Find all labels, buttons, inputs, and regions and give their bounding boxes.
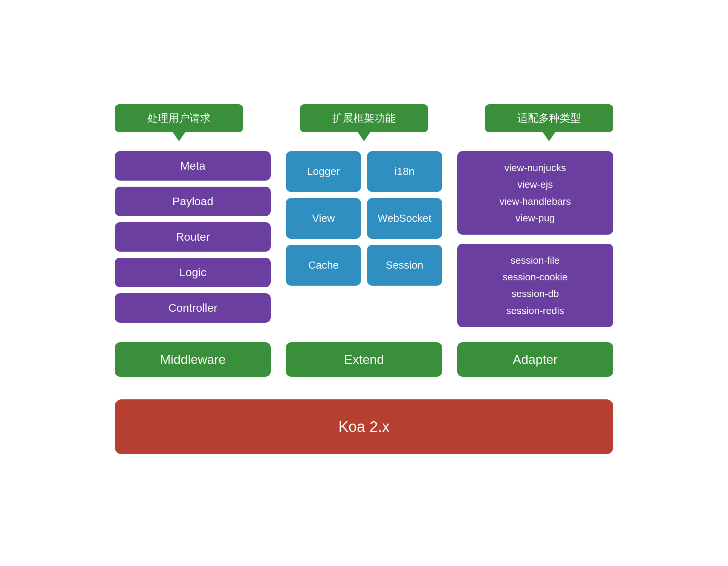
extend-row-1: Logger i18n: [286, 151, 442, 192]
col-adapter: view-nunjucksview-ejsview-handlebarsview…: [457, 151, 613, 327]
label-middleware: Middleware: [115, 342, 271, 377]
middleware-logic: Logic: [115, 258, 271, 287]
col-extend: Logger i18n View WebSocket Cache Session: [286, 151, 442, 286]
middle-content: Meta Payload Router Logic Controller Log…: [107, 151, 621, 327]
koa-bar-wrap: Koa 2.x: [107, 399, 621, 454]
koa-bar: Koa 2.x: [115, 399, 613, 454]
extend-session: Session: [367, 245, 442, 286]
top-bubbles: 处理用户请求 扩展框架功能 适配多种类型: [107, 104, 621, 132]
extend-cache: Cache: [286, 245, 361, 286]
bubble-middleware: 处理用户请求: [115, 104, 243, 132]
bottom-labels: Middleware Extend Adapter: [107, 342, 621, 377]
extend-logger: Logger: [286, 151, 361, 192]
col-middleware: Meta Payload Router Logic Controller: [115, 151, 271, 323]
extend-view: View: [286, 198, 361, 239]
diagram-root: 处理用户请求 扩展框架功能 适配多种类型 Meta Payload Router…: [100, 89, 628, 477]
label-extend: Extend: [286, 342, 442, 377]
bubble-extend: 扩展框架功能: [300, 104, 428, 132]
middleware-payload: Payload: [115, 187, 271, 216]
middleware-meta: Meta: [115, 151, 271, 181]
label-adapter: Adapter: [457, 342, 613, 377]
extend-row-3: Cache Session: [286, 245, 442, 286]
extend-i18n: i18n: [367, 151, 442, 192]
middleware-controller: Controller: [115, 293, 271, 323]
adapter-session-block: session-filesession-cookiesession-dbsess…: [457, 244, 613, 327]
middleware-router: Router: [115, 222, 271, 252]
adapter-view-block: view-nunjucksview-ejsview-handlebarsview…: [457, 151, 613, 235]
bubble-adapter: 适配多种类型: [485, 104, 613, 132]
extend-websocket: WebSocket: [367, 198, 442, 239]
extend-row-2: View WebSocket: [286, 198, 442, 239]
